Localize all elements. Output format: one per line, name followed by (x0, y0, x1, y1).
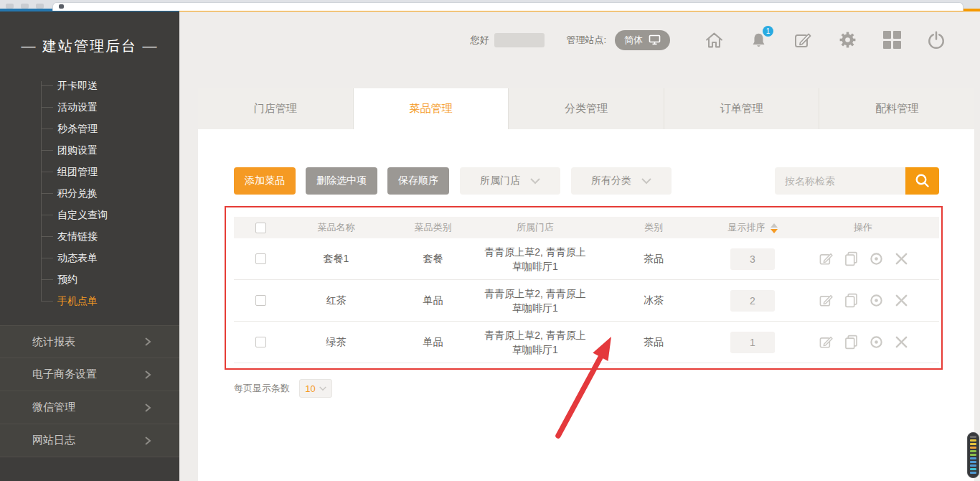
edit-icon[interactable] (819, 251, 834, 266)
dish-table: 菜品名称 菜品类别 所属门店 类别 显示排序 操作 套餐1 套餐 青青原上草2,… (234, 217, 939, 363)
pagination: 每页显示条数 10 (234, 379, 939, 398)
tab-菜品管理[interactable]: 菜品管理 (354, 88, 509, 129)
dish-stores: 青青原上草2, 青青原上草咖啡厅1 (481, 286, 589, 315)
top-header: 您好 管理站点: 简体 1 (179, 11, 980, 68)
sidebar-section-微信管理[interactable]: 微信管理 (0, 391, 179, 424)
copy-icon[interactable] (844, 293, 858, 308)
store-filter-select[interactable]: 所属门店 (460, 167, 560, 195)
dish-stores: 青青原上草2, 青青原上草咖啡厅1 (481, 245, 589, 274)
sidebar-section-统计报表[interactable]: 统计报表 (0, 325, 179, 358)
sidebar-section-电子商务设置[interactable]: 电子商务设置 (0, 358, 179, 391)
sidebar-item-自定义查询[interactable]: 自定义查询 (0, 204, 179, 225)
sidebar-item-活动设置[interactable]: 活动设置 (0, 96, 179, 118)
scrollbar-minimap-widget[interactable] (967, 432, 979, 478)
browser-back-button[interactable] (6, 4, 14, 9)
search-input[interactable] (775, 167, 905, 195)
col-header-name: 菜品名称 (288, 221, 385, 234)
sidebar-section-label: 微信管理 (32, 401, 75, 414)
notification-badge: 1 (763, 26, 773, 37)
delete-icon[interactable] (895, 335, 908, 349)
browser-reload-button[interactable] (36, 4, 44, 9)
toolbar: 添加菜品 删除选中项 保存顺序 所属门店 所有分类 (234, 167, 939, 195)
content-panel: 门店管理菜品管理分类管理订单管理配料管理 添加菜品 删除选中项 保存顺序 所属门… (198, 88, 974, 481)
tab-bar: 门店管理菜品管理分类管理订单管理配料管理 (198, 88, 974, 129)
edit-icon[interactable] (819, 335, 834, 350)
category-filter-select[interactable]: 所有分类 (571, 167, 672, 195)
dish-name: 套餐1 (288, 253, 385, 266)
search-box (775, 167, 939, 195)
view-icon[interactable] (869, 293, 884, 308)
manage-site-label: 管理站点: (566, 34, 606, 47)
select-all-checkbox[interactable] (255, 223, 266, 233)
row-checkbox[interactable] (255, 337, 266, 347)
dish-type: 单品 (385, 294, 481, 307)
tab-配料管理[interactable]: 配料管理 (819, 88, 974, 129)
search-icon (914, 172, 931, 190)
sidebar-item-预约[interactable]: 预约 (0, 268, 179, 290)
per-page-select[interactable]: 10 (299, 379, 332, 398)
table-row: 绿茶 单品 青青原上草2, 青青原上草咖啡厅1 茶品 1 (234, 322, 939, 363)
tab-门店管理[interactable]: 门店管理 (198, 88, 354, 129)
sidebar-submenu: 开卡即送活动设置秒杀管理团购设置组团管理积分兑换自定义查询友情链接动态表单预约手… (0, 81, 179, 312)
sort-down-icon (771, 229, 778, 233)
col-header-order: 显示排序 (718, 221, 787, 234)
dish-category: 冰茶 (589, 294, 718, 307)
delete-icon[interactable] (895, 294, 908, 307)
settings-button[interactable] (838, 30, 857, 50)
sidebar-section-label: 电子商务设置 (32, 368, 97, 381)
greeting-label: 您好 (470, 34, 489, 47)
sidebar-section-网站日志[interactable]: 网站日志 (0, 424, 179, 457)
sidebar-section-label: 网站日志 (32, 434, 75, 447)
browser-address-bar[interactable] (52, 2, 963, 11)
sidebar-item-积分兑换[interactable]: 积分兑换 (0, 182, 179, 204)
apps-button[interactable] (883, 31, 901, 49)
copy-icon[interactable] (844, 335, 858, 350)
chevron-right-icon (143, 370, 152, 379)
sidebar-item-秒杀管理[interactable]: 秒杀管理 (0, 118, 179, 139)
sidebar-section-label: 统计报表 (32, 335, 75, 349)
grid-icon (883, 31, 901, 49)
language-pill-label: 简体 (624, 34, 643, 47)
sidebar-item-动态表单[interactable]: 动态表单 (0, 247, 179, 268)
per-page-value: 10 (305, 383, 315, 394)
row-checkbox[interactable] (255, 253, 266, 264)
delete-selected-button[interactable]: 删除选中项 (306, 167, 377, 195)
home-icon (705, 31, 724, 50)
dish-name: 绿茶 (288, 336, 385, 349)
browser-chrome-strip (0, 0, 980, 9)
sidebar-sections: 统计报表电子商务设置微信管理网站日志 (0, 325, 179, 457)
sidebar-item-开卡即送[interactable]: 开卡即送 (0, 81, 179, 96)
browser-forward-button[interactable] (21, 4, 29, 9)
per-page-label: 每页显示条数 (234, 382, 290, 395)
col-header-type: 菜品类别 (385, 221, 481, 234)
dish-name: 红茶 (288, 294, 385, 307)
display-order-value: 2 (730, 290, 775, 312)
sidebar-item-友情链接[interactable]: 友情链接 (0, 225, 179, 247)
edit-icon[interactable] (819, 293, 834, 308)
category-filter-label: 所有分类 (591, 174, 631, 187)
sidebar-item-手机点单[interactable]: 手机点单 (0, 290, 179, 312)
row-checkbox[interactable] (255, 295, 266, 306)
view-icon[interactable] (869, 335, 884, 350)
chevron-right-icon (143, 403, 152, 412)
home-button[interactable] (705, 31, 724, 50)
save-order-button[interactable]: 保存顺序 (387, 167, 449, 195)
tab-订单管理[interactable]: 订单管理 (664, 88, 820, 129)
delete-icon[interactable] (895, 252, 908, 266)
notifications-button[interactable]: 1 (750, 31, 768, 50)
display-order-value: 1 (730, 332, 775, 353)
language-pill-button[interactable]: 简体 (615, 30, 670, 50)
dish-category: 茶品 (589, 253, 718, 266)
view-icon[interactable] (869, 251, 884, 266)
dish-type: 单品 (385, 336, 481, 349)
chevron-right-icon (143, 337, 152, 346)
copy-icon[interactable] (844, 251, 858, 266)
sort-order-control[interactable] (771, 223, 778, 233)
sidebar-item-组团管理[interactable]: 组团管理 (0, 161, 179, 182)
sidebar-item-团购设置[interactable]: 团购设置 (0, 139, 179, 161)
compose-button[interactable] (793, 31, 812, 50)
tab-分类管理[interactable]: 分类管理 (509, 88, 664, 129)
logout-button[interactable] (927, 30, 946, 50)
add-dish-button[interactable]: 添加菜品 (234, 167, 296, 195)
search-button[interactable] (905, 167, 939, 195)
